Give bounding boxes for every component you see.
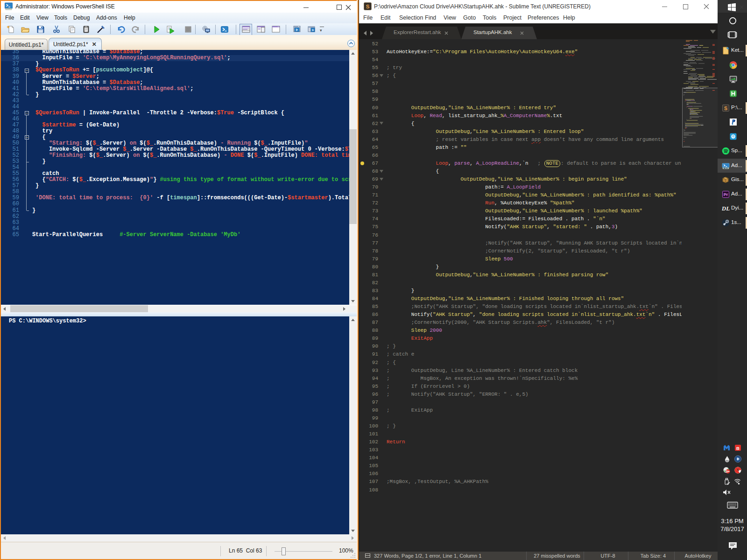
svg-text:Pr: Pr xyxy=(724,192,728,197)
svg-text:S: S xyxy=(724,105,727,111)
svg-text:S: S xyxy=(366,4,370,9)
svg-text:9+: 9+ xyxy=(726,470,730,473)
svg-text:B: B xyxy=(736,446,740,451)
svg-text:DL: DL xyxy=(722,205,730,212)
